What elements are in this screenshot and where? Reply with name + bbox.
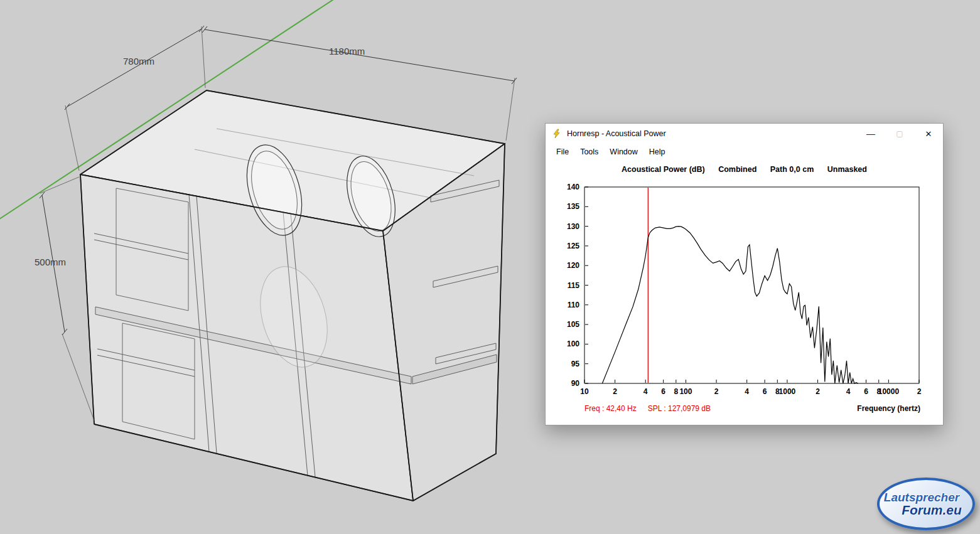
svg-text:6: 6 (661, 387, 665, 396)
svg-text:4: 4 (643, 387, 648, 396)
chart-header: Acoustical Power (dB) Combined Path 0,0 … (546, 165, 943, 174)
window-title: Hornresp - Acoustical Power (567, 129, 666, 138)
x-axis-label: Frequency (hertz) (857, 404, 920, 413)
svg-text:140: 140 (567, 183, 579, 191)
menu-bar: File Tools Window Help (546, 144, 943, 159)
dimension-label-500: 500mm (35, 257, 66, 267)
minimize-button[interactable]: — (856, 124, 885, 144)
svg-text:110: 110 (568, 301, 580, 309)
cursor-freq: Freq : 42,40 Hz (584, 404, 637, 413)
hornresp-titlebar[interactable]: Hornresp - Acoustical Power — ▢ ✕ (546, 124, 943, 144)
svg-text:2: 2 (816, 387, 820, 396)
svg-text:4: 4 (846, 387, 851, 396)
svg-text:10000: 10000 (878, 387, 900, 396)
logo-text-line2: Forum.eu (902, 503, 962, 518)
svg-text:2: 2 (613, 387, 617, 396)
svg-text:4: 4 (745, 387, 749, 396)
menu-tools[interactable]: Tools (574, 147, 604, 156)
svg-text:135: 135 (567, 202, 579, 211)
chart-masked: Unmasked (827, 165, 867, 174)
sketchup-viewport[interactable]: 780mm 1180mm 500mm Hornresp - Acoustical… (0, 0, 980, 534)
menu-file[interactable]: File (551, 147, 574, 156)
acoustical-power-plot: 1401351301251201151101051009590102468100… (546, 183, 943, 403)
svg-text:2: 2 (917, 387, 922, 396)
svg-text:100: 100 (679, 387, 692, 396)
window-controls: — ▢ ✕ (856, 124, 943, 144)
svg-text:2: 2 (714, 387, 719, 396)
menu-window[interactable]: Window (604, 147, 643, 156)
svg-text:105: 105 (567, 320, 579, 329)
svg-text:115: 115 (568, 281, 580, 290)
cursor-readout: Freq : 42,40 HzSPL : 127,0979 dB (584, 404, 722, 413)
dimension-label-780: 780mm (123, 56, 154, 67)
svg-text:8: 8 (674, 387, 678, 396)
menu-help[interactable]: Help (643, 147, 671, 156)
lightning-bolt-icon (552, 129, 562, 139)
svg-text:95: 95 (571, 360, 580, 368)
chart-mode: Combined (718, 165, 757, 174)
lautsprecherforum-logo: Lautsprecher Forum.eu (877, 478, 975, 530)
hornresp-window: Hornresp - Acoustical Power — ▢ ✕ File T… (545, 123, 944, 425)
svg-text:1000: 1000 (779, 387, 796, 396)
svg-text:130: 130 (567, 222, 579, 231)
svg-text:10: 10 (580, 387, 589, 396)
chart-title: Acoustical Power (dB) (622, 165, 705, 174)
svg-text:6: 6 (763, 387, 767, 396)
chart-path: Path 0,0 cm (770, 165, 814, 174)
svg-text:90: 90 (571, 379, 580, 388)
plot-footer: Freq : 42,40 HzSPL : 127,0979 dB Frequen… (584, 404, 920, 413)
svg-text:6: 6 (864, 387, 868, 396)
cabinet-drawing (80, 90, 505, 501)
svg-text:120: 120 (567, 261, 579, 270)
cursor-spl: SPL : 127,0979 dB (648, 404, 711, 413)
svg-text:125: 125 (567, 242, 579, 250)
close-button[interactable]: ✕ (914, 124, 943, 144)
dimension-label-1180: 1180mm (329, 46, 365, 56)
svg-text:100: 100 (567, 339, 579, 348)
maximize-button[interactable]: ▢ (885, 124, 914, 144)
